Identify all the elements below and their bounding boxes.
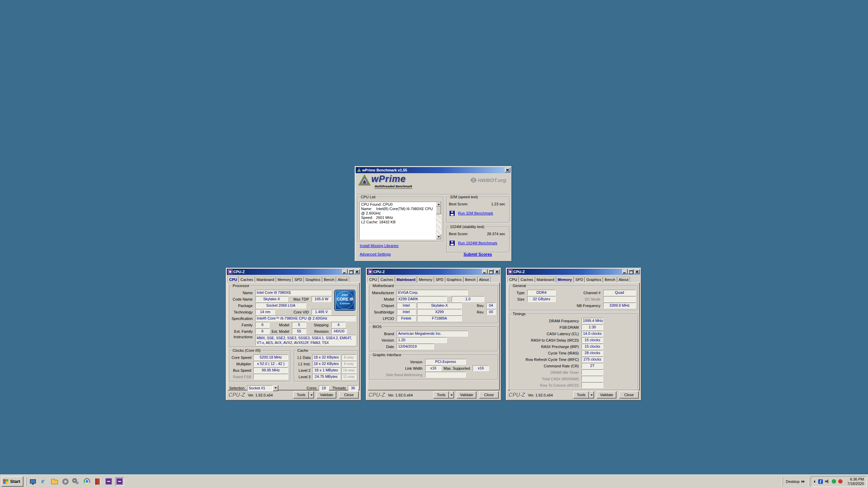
install-missing-libraries-link[interactable]: Install Missing Libraries (360, 244, 398, 248)
validate-button[interactable]: Validate (317, 391, 336, 399)
close-button[interactable] (505, 168, 510, 172)
tab-graphics[interactable]: Graphics (304, 277, 322, 282)
close-button[interactable]: Close (479, 391, 499, 399)
scrollbar-thumb[interactable] (436, 207, 441, 214)
show-desktop-icon (30, 479, 36, 484)
cache-group: Cache L1 Data 18 x 32 KBytes 8-way L1 In… (294, 350, 358, 382)
channel-label: Channel # (556, 291, 600, 295)
tab-spd[interactable]: SPD (434, 277, 445, 282)
tab-mainboard[interactable]: Mainboard (395, 276, 417, 283)
close-button[interactable]: Close (339, 391, 359, 399)
scrollbar[interactable] (436, 202, 441, 239)
maximize-button[interactable] (348, 269, 354, 274)
tools-dropdown-button[interactable] (309, 391, 314, 399)
cpuz-titlebar[interactable]: CPU-Z (507, 269, 640, 275)
best-score-value: 28.374 sec (487, 232, 505, 236)
quicklaunch-control-panel[interactable] (61, 477, 70, 486)
maximize-button[interactable] (628, 269, 634, 274)
cpuz-window-mainboard: CPU-Z CPU Caches Mainboard Memory SPD Gr… (366, 268, 501, 401)
quicklaunch-internet-explorer[interactable] (39, 477, 48, 486)
close-button[interactable]: Close (619, 391, 639, 399)
quicklaunch-documentation[interactable] (94, 477, 102, 486)
tab-caches[interactable]: Caches (379, 277, 395, 282)
package-field: Socket 2066 LGA (255, 303, 306, 308)
floppy-disk-icon[interactable] (450, 241, 455, 246)
quicklaunch-cpuz-active[interactable] (115, 477, 124, 486)
submit-scores-link[interactable]: Submit Scores (463, 252, 492, 257)
scroll-down-icon[interactable] (436, 235, 441, 239)
socket-selector-dropdown-button[interactable] (273, 385, 278, 391)
tab-bench[interactable]: Bench (322, 277, 336, 282)
tab-bench[interactable]: Bench (603, 277, 617, 282)
bus-speed-label: Bus Speed (232, 368, 251, 372)
tab-graphics[interactable]: Graphics (445, 277, 463, 282)
quicklaunch-show-desktop[interactable] (28, 477, 37, 486)
tab-cpu[interactable]: CPU (508, 277, 519, 282)
minimize-button[interactable] (622, 269, 628, 274)
quick-launch-handle[interactable] (25, 477, 26, 486)
quicklaunch-file-explorer[interactable] (50, 477, 59, 486)
hide-icons-chevron-icon[interactable] (813, 480, 816, 483)
cpuz-window-memory: CPU-Z CPU Caches Mainboard Memory SPD Gr… (506, 268, 642, 401)
minimize-button[interactable] (482, 269, 488, 274)
tab-mainboard[interactable]: Mainboard (535, 277, 556, 282)
tools-button[interactable]: Tools (433, 391, 449, 399)
safely-remove-tray-icon[interactable] (832, 479, 836, 484)
tab-memory[interactable]: Memory (276, 277, 293, 282)
tab-about[interactable]: About (477, 277, 491, 282)
size-label: Size (512, 297, 525, 301)
cpuz-icon (105, 478, 112, 485)
cpuz-titlebar[interactable]: CPU-Z (227, 269, 360, 275)
tools-dropdown-button[interactable] (589, 391, 594, 399)
antivirus-tray-icon[interactable] (838, 479, 843, 484)
tab-memory[interactable]: Memory (556, 276, 574, 283)
run-1024m-link[interactable]: Run 1024M Benchmark (458, 241, 497, 245)
scroll-up-icon[interactable] (436, 202, 441, 207)
close-button[interactable] (494, 269, 500, 274)
close-button[interactable] (354, 269, 360, 274)
tab-bench[interactable]: Bench (463, 277, 477, 282)
tools-dropdown-button[interactable] (449, 391, 454, 399)
quicklaunch-cpuz[interactable] (104, 477, 113, 486)
run-32m-link[interactable]: Run 32M Benchmark (458, 211, 493, 215)
tab-graphics[interactable]: Graphics (585, 277, 603, 282)
validate-button[interactable]: Validate (597, 391, 616, 399)
quicklaunch-services[interactable] (72, 477, 81, 486)
maximize-button[interactable] (488, 269, 494, 274)
tab-about[interactable]: About (617, 277, 630, 282)
tools-button[interactable]: Tools (573, 391, 589, 399)
quicklaunch-chrome[interactable] (83, 477, 92, 486)
validate-button[interactable]: Validate (457, 391, 476, 399)
tab-caches[interactable]: Caches (519, 277, 535, 282)
speed-test-group: 32M (speed test) Best Score: 1.23 sec Ru… (447, 197, 510, 223)
floppy-disk-icon[interactable] (450, 211, 455, 216)
volume-tray-icon[interactable] (825, 479, 830, 484)
scrollbar-track[interactable] (436, 207, 441, 235)
multiplier-field: x 52.0 ( 12 - 42 ) (253, 361, 288, 367)
core-speed-label: Core Speed (232, 355, 251, 360)
wprime-titlebar[interactable]: wPrime Benchmark v1.55 (356, 167, 511, 173)
cpuz-titlebar[interactable]: CPU-Z (367, 269, 500, 275)
tab-spd[interactable]: SPD (293, 277, 304, 282)
tools-button[interactable]: Tools (293, 391, 309, 399)
instructions-field: MMX, SSE, SSE2, SSE3, SSSE3, SSE4.1, SSE… (255, 335, 356, 345)
tab-mainboard[interactable]: Mainboard (255, 277, 276, 282)
bluetooth-tray-icon[interactable] (818, 479, 823, 484)
clock-time: 6:36 PM (847, 477, 864, 482)
tab-spd[interactable]: SPD (574, 277, 585, 282)
tab-memory[interactable]: Memory (417, 277, 434, 282)
close-button[interactable] (634, 269, 640, 274)
tab-cpu[interactable]: CPU (228, 276, 239, 283)
socket-selector[interactable]: Socket #1 (247, 385, 278, 391)
advanced-settings-link[interactable]: Advanced Settings (360, 252, 391, 256)
tab-cpu[interactable]: CPU (368, 277, 379, 282)
cpu-listbox[interactable]: CPU Found: CPU0 Name: Intel(R) Core(TM) … (359, 202, 441, 240)
tab-caches[interactable]: Caches (239, 277, 255, 282)
tab-about[interactable]: About (336, 277, 349, 282)
max-supported-label: Max. Supported (441, 366, 470, 370)
l1-inst-way-field: 8-way (341, 361, 356, 367)
minimize-button[interactable] (342, 269, 348, 274)
desktop-toolbar-handle[interactable] (782, 477, 783, 486)
toolbar-expand-chevron-icon[interactable] (802, 480, 805, 483)
start-button[interactable]: Start (1, 476, 23, 487)
